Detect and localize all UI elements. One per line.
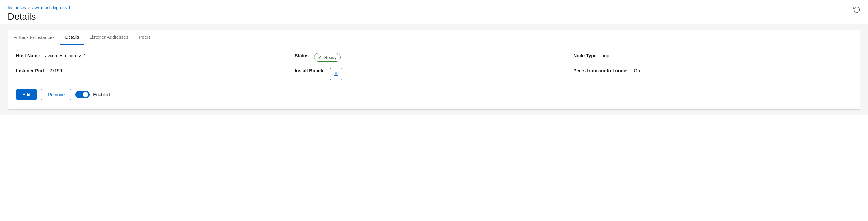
tabs-bar: ◄ Back to Instances Details Listener Add… — [8, 30, 860, 45]
svg-rect-0 — [334, 75, 338, 76]
enabled-toggle-wrapper: Enabled — [75, 90, 110, 99]
page-title: Details — [8, 11, 860, 22]
listener-port-label: Listener Port — [16, 68, 44, 73]
details-content: Host Name awx-mesh-ingress-1 Status ✔ Re… — [8, 45, 860, 109]
status-value: Ready — [324, 55, 337, 60]
status-field: Status ✔ Ready — [294, 53, 574, 62]
peers-control-nodes-field: Peers from control nodes On — [574, 68, 852, 80]
host-name-value: awx-mesh-ingress-1 — [45, 53, 86, 58]
enabled-label: Enabled — [93, 92, 110, 97]
actions-row: Edit Remove Enabled — [16, 89, 852, 100]
node-type-label: Node Type — [574, 53, 596, 58]
host-name-label: Host Name — [16, 53, 40, 58]
node-type-value: hop — [602, 53, 609, 58]
status-check-icon: ✔ — [318, 54, 322, 60]
tab-listener-addresses[interactable]: Listener Addresses — [84, 30, 133, 45]
page-wrapper: Instances > awx-mesh-ingress-1 Details ◄… — [0, 0, 868, 221]
status-label: Status — [294, 53, 309, 58]
remove-button[interactable]: Remove — [41, 89, 71, 100]
enabled-toggle[interactable] — [75, 90, 90, 99]
breadcrumb-instances-link[interactable]: Instances — [8, 5, 26, 10]
listener-port-value: 27199 — [49, 68, 62, 73]
breadcrumb: Instances > awx-mesh-ingress-1 — [8, 5, 860, 10]
host-name-field: Host Name awx-mesh-ingress-1 — [16, 53, 294, 62]
install-bundle-button[interactable] — [330, 68, 342, 80]
edit-button[interactable]: Edit — [16, 89, 37, 100]
content-area: ◄ Back to Instances Details Listener Add… — [0, 25, 868, 115]
breadcrumb-separator: > — [28, 5, 30, 10]
toggle-slider — [75, 90, 90, 99]
download-icon — [334, 71, 339, 77]
listener-port-field: Listener Port 27199 — [16, 68, 294, 80]
peers-control-nodes-value: On — [634, 68, 640, 73]
back-link-label: Back to Instances — [19, 35, 55, 40]
back-to-instances-link[interactable]: ◄ Back to Instances — [13, 31, 60, 44]
back-arrow-icon: ◄ — [13, 35, 17, 40]
install-bundle-field: Install Bundle — [294, 68, 574, 80]
status-badge: ✔ Ready — [314, 53, 341, 62]
history-icon-button[interactable] — [853, 6, 860, 14]
node-type-field: Node Type hop — [574, 53, 852, 62]
peers-control-nodes-label: Peers from control nodes — [574, 68, 629, 73]
fields-row-2: Listener Port 27199 Install Bundle — [16, 68, 852, 80]
top-header: Instances > awx-mesh-ingress-1 Details — [0, 0, 868, 25]
breadcrumb-current: awx-mesh-ingress-1 — [32, 5, 70, 10]
tab-details[interactable]: Details — [60, 30, 84, 45]
fields-row-1: Host Name awx-mesh-ingress-1 Status ✔ Re… — [16, 53, 852, 62]
install-bundle-label: Install Bundle — [294, 68, 325, 73]
tab-peers[interactable]: Peers — [133, 30, 156, 45]
details-card: ◄ Back to Instances Details Listener Add… — [8, 30, 860, 110]
history-icon — [853, 6, 860, 13]
